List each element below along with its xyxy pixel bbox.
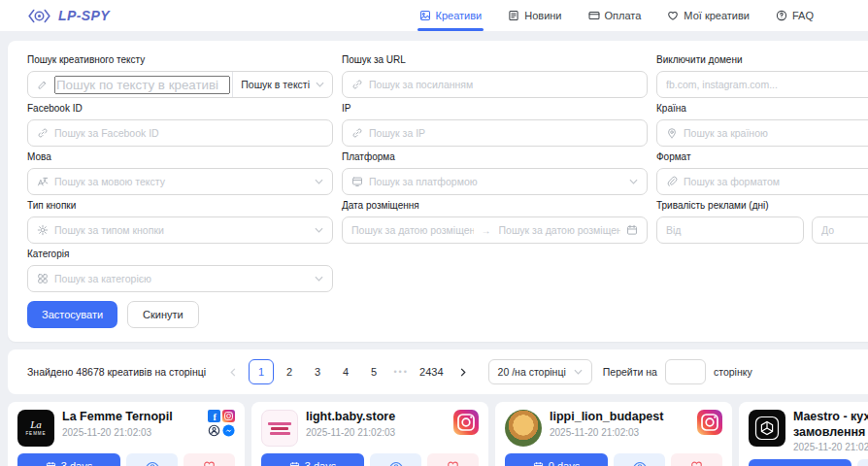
instagram-icon — [453, 410, 479, 435]
nav-item-my-creatives[interactable]: Мої креативи — [667, 0, 750, 31]
brand-logo[interactable]: LP-SPY — [27, 8, 110, 24]
avatar: La FEMME — [17, 410, 54, 447]
filter-field-country: Країна — [656, 103, 868, 147]
reset-button[interactable]: Скинути — [127, 301, 199, 328]
field-label: Facebook ID — [27, 103, 333, 115]
creative-cards-row: La FEMME La Femme Ternopil 2025-11-20 21… — [8, 402, 868, 466]
field-label: Дата розміщення — [342, 200, 648, 212]
translate-icon — [37, 176, 49, 187]
prev-page-button[interactable] — [220, 359, 246, 384]
filter-field-placement-date: Дата розміщення Пошук за датою розміщенн… — [342, 200, 648, 244]
heart-icon — [690, 460, 703, 466]
chevron-down-icon — [629, 179, 638, 184]
placement-date-range-picker[interactable]: Пошук за датою розміщення → Пошук за дат… — [342, 216, 648, 244]
nav-label: Креативи — [436, 10, 483, 21]
country-input[interactable] — [684, 127, 868, 139]
page-button[interactable]: 5 — [361, 359, 386, 384]
goto-page-input[interactable] — [665, 359, 706, 384]
views-button[interactable] — [126, 453, 178, 466]
nav-item-payment[interactable]: Оплата — [588, 0, 642, 31]
page-button[interactable]: 3 — [305, 359, 330, 384]
language-input[interactable] — [54, 176, 309, 187]
views-button[interactable] — [857, 459, 868, 466]
duration-to-input[interactable] — [821, 224, 868, 236]
field-label: Формат — [656, 151, 868, 163]
card-title: light.baby.store — [306, 410, 446, 425]
duration-from-input[interactable] — [666, 224, 794, 236]
card-date: 2025-11-20 21:02:03 — [793, 442, 868, 452]
avatar — [749, 410, 785, 447]
search-mode-select[interactable]: Пошук в тексті — [232, 72, 332, 97]
chevron-down-icon — [315, 179, 323, 184]
date-to-placeholder: Пошук за датою розміщення — [499, 224, 621, 236]
like-button[interactable] — [427, 453, 479, 466]
page-button-active[interactable]: 1 — [249, 359, 274, 384]
avatar-text: La — [30, 419, 42, 430]
language-select[interactable] — [27, 168, 333, 195]
calendar-icon — [289, 461, 300, 466]
page-button[interactable]: 4 — [333, 359, 358, 384]
field-label: Країна — [656, 103, 868, 115]
category-input[interactable] — [54, 273, 309, 284]
ip-input[interactable] — [369, 127, 638, 139]
chevron-down-icon — [315, 227, 323, 233]
nav-item-faq[interactable]: FAQ — [776, 0, 814, 31]
page-button[interactable]: 2 — [277, 359, 302, 384]
exclude-domains-input[interactable] — [666, 79, 868, 90]
filter-field-button-type: Тип кнопки — [27, 200, 333, 244]
url-input[interactable] — [369, 79, 638, 90]
duration-label: 3 days — [61, 460, 92, 466]
creative-text-input-wrap — [28, 72, 232, 97]
button-type-input[interactable] — [54, 224, 309, 236]
platform-icon — [351, 176, 363, 187]
page-button-last[interactable]: 2434 — [416, 359, 447, 384]
field-label: Мова — [27, 151, 333, 163]
field-label: Пошук креативного тексту — [27, 54, 333, 66]
platform-select[interactable] — [342, 168, 648, 195]
duration-button[interactable] — [749, 459, 851, 466]
facebook-id-input[interactable] — [54, 127, 323, 139]
heart-icon — [203, 460, 216, 466]
card-title: Maestro - кухні, меблі на замовлення в У… — [793, 410, 868, 440]
like-button[interactable] — [671, 453, 722, 466]
field-label: Виключити домени — [656, 54, 868, 66]
apply-button[interactable]: Застосувати — [27, 301, 117, 328]
views-button[interactable] — [370, 453, 421, 466]
chevron-down-icon — [574, 369, 583, 375]
paperclip-icon — [666, 176, 678, 187]
filter-field-facebook-id: Facebook ID — [27, 103, 333, 147]
platform-input[interactable] — [369, 176, 623, 187]
filter-field-format: Формат — [656, 151, 868, 195]
views-button[interactable] — [614, 453, 665, 466]
field-label: Пошук за URL — [342, 54, 648, 66]
filter-field-creative-text: Пошук креативного тексту Пошук в тексті — [27, 54, 333, 98]
nav-item-news[interactable]: Новини — [508, 0, 561, 31]
duration-label: 0 days — [549, 460, 580, 466]
nav-item-creatives[interactable]: Креативи — [419, 0, 483, 31]
field-label: Тип кнопки — [27, 200, 333, 212]
heart-icon — [447, 460, 459, 466]
duration-button[interactable]: 0 days — [505, 453, 608, 466]
creative-text-input[interactable] — [54, 76, 230, 94]
duration-button[interactable]: 3 days — [261, 453, 364, 466]
category-select[interactable] — [27, 265, 333, 292]
page-size-select[interactable]: 20 /на сторінці — [488, 359, 592, 384]
like-button[interactable] — [184, 453, 235, 466]
avatar — [261, 410, 298, 447]
link-icon — [37, 127, 49, 139]
chevron-down-icon — [315, 276, 323, 282]
results-bar: Знайдено 48678 креативів на сторінці 1 2… — [8, 350, 868, 394]
button-type-select[interactable] — [27, 216, 333, 244]
cube-logo-icon — [754, 416, 780, 441]
filter-field-exclude-domains: Виключити домени — [656, 54, 868, 98]
duration-button[interactable]: 3 days — [17, 453, 120, 466]
results-summary: Знайдено 48678 креативів на сторінці — [27, 366, 206, 378]
platform-icons: f — [208, 410, 235, 437]
card-date: 2025-11-20 21:02:03 — [550, 427, 689, 438]
news-icon — [508, 10, 519, 21]
next-page-button[interactable] — [451, 359, 476, 384]
page-size-value: 20 /на сторінці — [498, 366, 566, 378]
format-input[interactable] — [684, 176, 868, 187]
eye-icon — [633, 461, 647, 466]
field-label: IP — [342, 103, 648, 115]
